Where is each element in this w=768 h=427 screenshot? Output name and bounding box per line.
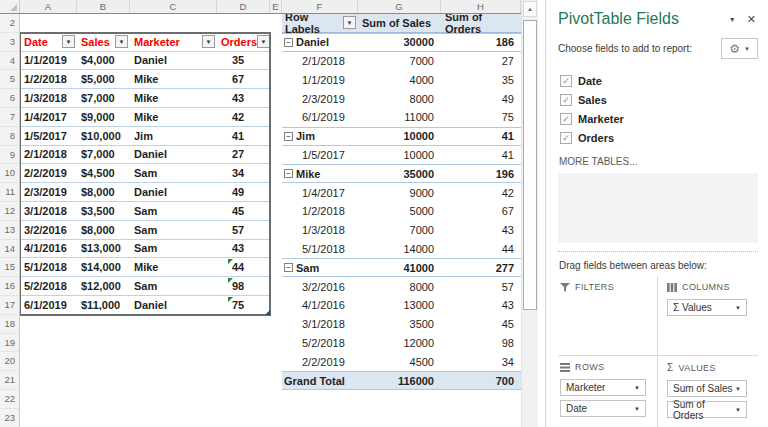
pivot-label-cell[interactable]: −Sam [282,259,358,276]
scroll-up-icon[interactable]: ▲ [523,1,537,17]
cell-sales[interactable]: $14,000 [77,258,130,276]
row-header-19[interactable]: 19 [0,334,19,353]
row-header-6[interactable]: 6 [0,89,19,108]
cell-date[interactable]: 4/1/2016 [20,240,77,258]
cell-marketer[interactable]: Daniel [130,146,217,164]
pivot-orders-cell[interactable]: 75 [441,111,521,123]
pivot-sales-cell[interactable]: 5000 [358,205,441,217]
cell-date[interactable]: 1/5/2017 [20,127,77,145]
row-header-20[interactable]: 20 [0,352,19,371]
column-header-b[interactable]: B [77,0,130,13]
pivot-orders-cell[interactable]: 27 [441,55,521,67]
area-pill-sum-of-orders[interactable]: Sum of Orders▼ [667,401,747,418]
field-item-marketer[interactable]: ✓Marketer [558,109,758,128]
cell-marketer[interactable]: Mike [130,70,217,88]
cell-orders[interactable]: 35 [217,52,270,70]
pivot-label-cell[interactable]: −Jim [282,128,358,145]
cell-marketer[interactable]: Sam [130,202,217,220]
cell-marketer[interactable]: Mike [130,89,217,107]
row-header-13[interactable]: 13 [0,221,19,240]
tools-button[interactable]: ⚙ ▼ [721,38,758,59]
cell-date[interactable]: 5/1/2018 [20,258,77,276]
pivot-orders-cell[interactable]: 43 [441,299,521,311]
column-header-g[interactable]: G [358,0,441,13]
cell-marketer[interactable]: Daniel [130,52,217,70]
cell-sales[interactable]: $4,500 [77,164,130,182]
cell-sales[interactable]: $12,000 [77,277,130,295]
checkbox-date[interactable]: ✓ [560,75,572,87]
pivot-label-cell[interactable]: 2/2/2019 [282,352,358,371]
cell-sales[interactable]: $13,000 [77,240,130,258]
pivot-orders-cell[interactable]: 277 [441,262,521,274]
pivot-sales-cell[interactable]: 116000 [358,375,441,387]
pivot-orders-cell[interactable]: 196 [441,168,521,180]
pivot-orders-cell[interactable]: 49 [441,93,521,105]
cell-date[interactable]: 2/1/2018 [20,146,77,164]
area-pill-values[interactable]: Σ Values▼ [667,299,747,316]
row-header-17[interactable]: 17 [0,296,19,315]
filters-area[interactable]: FILTERS [558,276,658,356]
pivot-label-cell[interactable]: 4/1/2016 [282,296,358,315]
cell-marketer[interactable]: Mike [130,108,217,126]
pivot-label-cell[interactable]: 6/1/2019 [282,108,358,127]
column-header-a[interactable]: A [20,0,77,13]
cell-date[interactable]: 2/3/2019 [20,183,77,201]
row-header-4[interactable]: 4 [0,52,19,71]
row-header-9[interactable]: 9 [0,146,19,165]
select-all-corner[interactable] [0,0,20,13]
row-header-11[interactable]: 11 [0,183,19,202]
row-header-18[interactable]: 18 [0,315,19,334]
cell-orders[interactable]: 41 [217,127,270,145]
row-header-14[interactable]: 14 [0,240,19,259]
cell-orders[interactable]: 67 [217,70,270,88]
checkbox-orders[interactable]: ✓ [560,132,572,144]
column-header-f[interactable]: F [282,0,358,13]
pivot-label-cell[interactable]: 5/1/2018 [282,240,358,259]
cell-date[interactable]: 2/2/2019 [20,164,77,182]
row-header-21[interactable]: 21 [0,371,19,390]
cell-sales[interactable]: $7,000 [77,146,130,164]
pivot-sales-cell[interactable]: 13000 [358,299,441,311]
row-header-22[interactable]: 22 [0,390,19,409]
cell-marketer[interactable]: Mike [130,258,217,276]
pivot-sales-cell[interactable]: 8000 [358,281,441,293]
pivot-orders-cell[interactable]: 44 [441,243,521,255]
cell-date[interactable]: 3/2/2016 [20,221,77,239]
row-header-2[interactable]: 2 [0,14,19,33]
cell-orders[interactable]: 43 [217,240,270,258]
pivot-label-cell[interactable]: 1/2/2018 [282,202,358,221]
pivot-orders-cell[interactable]: 57 [441,281,521,293]
cell-orders[interactable]: 34 [217,164,270,182]
checkbox-sales[interactable]: ✓ [560,94,572,106]
cell-orders[interactable]: 42 [217,108,270,126]
pivot-label-cell[interactable]: −Daniel [282,34,358,51]
collapse-icon[interactable]: − [284,38,293,47]
pivot-sales-cell[interactable]: 11000 [358,111,441,123]
pivot-label-cell[interactable]: Grand Total [282,372,358,389]
cell-marketer[interactable]: Daniel [130,183,217,201]
values-area[interactable]: Σ VALUES Sum of Sales▼Sum of Orders▼ [658,356,758,427]
column-header-c[interactable]: C [130,0,217,13]
filter-dropdown-button[interactable]: ▼ [115,35,128,48]
pivot-sales-cell[interactable]: 30000 [358,36,441,48]
pivot-sales-cell[interactable]: 14000 [358,243,441,255]
cell-marketer[interactable]: Sam [130,277,217,295]
close-icon[interactable]: ✕ [747,13,756,26]
filter-dropdown-button[interactable]: ▼ [257,35,270,48]
collapse-icon[interactable]: − [284,169,293,178]
cell-marketer[interactable]: Sam [130,240,217,258]
pivot-sales-cell[interactable]: 8000 [358,93,441,105]
cell-marketer[interactable]: Jim [130,127,217,145]
cell-orders[interactable]: 49 [217,183,270,201]
area-pill-sum-of-sales[interactable]: Sum of Sales▼ [667,380,747,397]
filter-dropdown-button[interactable]: ▼ [202,35,215,48]
row-header-23[interactable]: 23 [0,409,19,427]
cell-orders[interactable]: 45 [217,202,270,220]
column-header-d[interactable]: D [217,0,270,13]
cell-orders[interactable]: 27 [217,146,270,164]
column-header-e[interactable]: E [270,0,282,13]
cell-date[interactable]: 5/2/2018 [20,277,77,295]
cell-sales[interactable]: $7,000 [77,89,130,107]
row-header-3[interactable]: 3 [0,33,19,52]
cell-sales[interactable]: $9,000 [77,108,130,126]
